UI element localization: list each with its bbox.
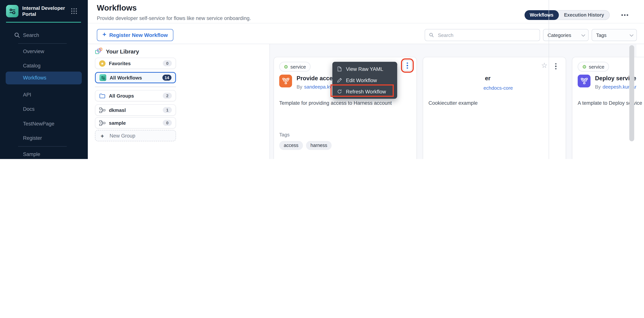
card-menu-button[interactable] <box>403 60 412 71</box>
sidebar-item-catalog[interactable]: Catalog <box>23 63 40 68</box>
sidebar-item-overview[interactable]: Overview <box>23 48 44 54</box>
workflow-tile-icon <box>279 74 292 88</box>
sidebar-item-testnewpage[interactable]: TestNewPage <box>23 121 54 126</box>
folder-icon <box>99 93 106 98</box>
workflow-card-cookiecutter: ☆ er echdocs-core Cookiecutter example R… <box>423 57 566 159</box>
library-item-sample[interactable]: sample 0 <box>95 117 176 128</box>
new-group-button[interactable]: + New Group <box>95 130 176 141</box>
app-window: Internal DeveloperPortal Search Overview… <box>0 0 644 159</box>
category-badge: ⚙ service <box>578 62 609 72</box>
workflow-card-grid: ⚙ service ☆ Provide access to Harness ac… <box>274 57 644 159</box>
service-gear-icon: ⚙ <box>582 64 586 69</box>
card-menu-button[interactable] <box>551 61 560 72</box>
author-link-fragment[interactable]: echdocs-core <box>484 85 513 91</box>
app-logo-icon <box>6 5 18 17</box>
group-hierarchy-icon <box>99 107 106 113</box>
chevron-down-icon <box>630 32 634 36</box>
author-link[interactable]: sandeepa.kv <box>304 84 332 90</box>
count-badge: 2 <box>163 93 172 99</box>
brand-accent-line <box>6 22 81 22</box>
tag-pill: harness <box>306 141 332 150</box>
sidebar-item-register[interactable]: Register <box>23 135 42 141</box>
toggle-execution-history[interactable]: Execution History <box>559 12 609 18</box>
plus-icon: + <box>100 132 104 139</box>
sidebar-item-sample[interactable]: Sample <box>23 152 40 157</box>
sidebar-item-workflows[interactable]: Workflows <box>6 72 82 84</box>
category-badge: ⚙ service <box>279 62 310 72</box>
count-badge: 0 <box>163 120 172 126</box>
refresh-highlight-box <box>330 84 394 97</box>
count-badge: 14 <box>162 74 172 81</box>
document-icon <box>337 66 342 72</box>
favorites-star-icon: ★ <box>99 60 106 66</box>
toggle-workflows[interactable]: Workflows <box>524 10 559 20</box>
chevron-down-icon <box>582 32 585 36</box>
library-cubes-icon <box>95 48 102 55</box>
brand-title: Internal DeveloperPortal <box>22 5 71 17</box>
sidebar-item-api[interactable]: API <box>23 92 31 98</box>
menu-item-edit-workflow[interactable]: Edit Workflow <box>332 74 397 86</box>
categories-dropdown[interactable]: Categories <box>543 29 588 41</box>
group-hierarchy-icon <box>99 120 106 126</box>
page-subtitle: Provide developer self-service for flows… <box>97 16 251 21</box>
library-item-all-groups[interactable]: All Groups 2 <box>95 90 176 101</box>
card-context-menu: View Raw YAML Edit Workflow Refresh Work… <box>332 62 397 99</box>
plus-icon: + <box>102 31 106 38</box>
count-badge: 1 <box>163 107 172 113</box>
page-title: Workflows <box>97 4 137 12</box>
sidebar: Internal DeveloperPortal Search Overview… <box>0 0 88 159</box>
workflow-tile-icon <box>578 74 590 88</box>
content-right-border <box>549 0 549 159</box>
tags-dropdown[interactable]: Tags <box>592 29 637 41</box>
service-gear-icon: ⚙ <box>284 64 288 69</box>
library-item-dkmasl[interactable]: dkmasl 1 <box>95 104 176 116</box>
search-icon <box>429 32 434 38</box>
brand: Internal DeveloperPortal <box>6 5 71 17</box>
library-item-favorites[interactable]: ★ Favorites 0 <box>95 58 176 69</box>
library-section-divider <box>95 87 176 87</box>
scrollbar-thumb[interactable] <box>629 45 634 141</box>
view-toggle: Workflows Execution History <box>524 10 610 20</box>
menu-item-view-raw-yaml[interactable]: View Raw YAML <box>332 63 397 74</box>
pencil-icon <box>337 78 342 83</box>
apps-grid-icon[interactable] <box>71 8 77 14</box>
tags-section: Tags access harness <box>279 132 332 150</box>
tag-pill: access <box>279 141 303 150</box>
sidebar-divider <box>18 43 67 44</box>
header-divider <box>88 23 644 23</box>
favorite-star-icon[interactable]: ☆ <box>541 61 548 70</box>
library-heading: Your Library <box>95 48 139 55</box>
library-item-all-workflows[interactable]: All Workflows 14 <box>95 72 176 83</box>
workflow-description: Cookiecutter example <box>428 100 557 107</box>
workflow-search <box>425 29 540 41</box>
register-new-workflow-button[interactable]: + Register New Workflow <box>97 29 174 41</box>
count-badge: 0 <box>163 60 172 66</box>
library-divider <box>270 44 270 159</box>
search-icon <box>14 32 20 38</box>
workflow-title-fragment: er <box>485 75 490 82</box>
workflow-description: Template for providing access to Harness… <box>279 100 408 107</box>
more-options-icon[interactable] <box>622 14 628 16</box>
search-input[interactable] <box>437 32 531 38</box>
workflows-icon <box>100 74 106 81</box>
sidebar-item-docs[interactable]: Docs <box>23 106 35 112</box>
sidebar-divider <box>18 146 67 146</box>
sidebar-search[interactable]: Search <box>23 32 39 38</box>
